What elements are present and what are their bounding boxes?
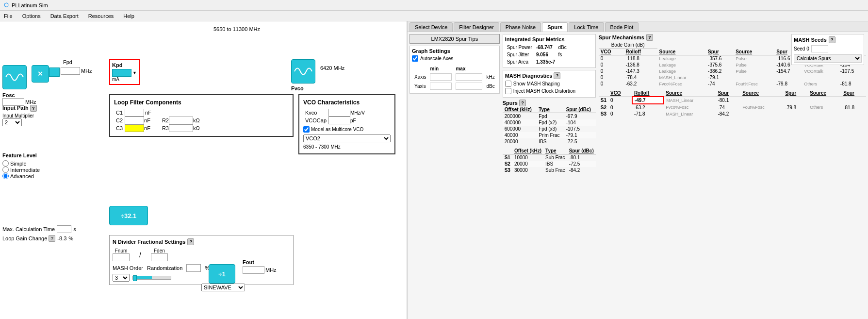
fosc-label-group: Fosc 100 MHz: [2, 92, 36, 106]
fout-value[interactable]: 6420: [243, 266, 264, 274]
kvco-value[interactable]: 93.2: [328, 109, 350, 117]
mech-src2: Pulse: [734, 68, 774, 74]
show-mash-shaping-check[interactable]: [505, 81, 511, 87]
multicore-vco-check[interactable]: [303, 126, 310, 133]
fden-value[interactable]: 10: [151, 253, 168, 261]
row-offset: 200000: [503, 113, 537, 120]
menu-data-export[interactable]: Data Export: [49, 12, 81, 20]
input-multiplier-select[interactable]: 2 1: [2, 118, 22, 126]
loop-filter-title: Loop Filter Components: [114, 99, 289, 106]
r2-label: R2: [152, 117, 169, 124]
row-type: IBS: [537, 138, 564, 145]
xaxis-max[interactable]: 200000: [456, 73, 482, 81]
fpd-unit: MHz: [81, 68, 92, 74]
randomization-value[interactable]: 0: [186, 264, 201, 272]
spur-mech-help[interactable]: ?: [646, 34, 653, 41]
fnum-value[interactable]: 1: [113, 253, 130, 261]
mech-spur1: -79.1: [706, 74, 734, 81]
spurs-table-help[interactable]: ?: [519, 100, 526, 106]
menu-help[interactable]: Help: [121, 12, 136, 20]
tab-select-device[interactable]: Select Device: [409, 22, 453, 32]
spur-power-value: -68.747: [534, 44, 557, 51]
row-spur: -79.1: [564, 132, 596, 138]
c2-value[interactable]: 68: [125, 117, 144, 124]
c1-value[interactable]: 0.47: [125, 109, 144, 117]
inject-mash-check[interactable]: [505, 88, 511, 94]
tab-phase-noise[interactable]: Phase Noise: [500, 22, 541, 32]
menu-options[interactable]: Options: [20, 12, 43, 20]
n-divider-help[interactable]: ?: [187, 238, 194, 245]
loop-gain-label: Loop Gain Change ?: [2, 235, 55, 242]
randomization-slider[interactable]: [132, 276, 171, 280]
simple-radio[interactable]: [2, 160, 9, 167]
mech-sub-spur3: -81.8: [841, 104, 866, 111]
advanced-radio[interactable]: [2, 173, 9, 179]
lmx-button[interactable]: LMX2820 Spur Tips: [409, 34, 500, 44]
loop-gain-help[interactable]: ?: [49, 235, 55, 242]
yaxis-label: Yaxis: [413, 82, 427, 90]
r2-value[interactable]: 0.0681: [169, 117, 193, 124]
yaxis-min[interactable]: -200: [430, 83, 452, 90]
seed0-value[interactable]: 0: [811, 45, 828, 52]
mech-sub-id: S2: [599, 104, 608, 111]
mech-src2: Pulse: [734, 55, 774, 62]
tab-bode-plot[interactable]: Bode Plot: [605, 22, 639, 32]
spur-power-label: Spur Power: [505, 44, 534, 51]
vco-select[interactable]: VCO2: [303, 134, 391, 142]
mech-sub-id: S1: [599, 97, 608, 104]
c1-unit: nF: [144, 109, 152, 117]
mech-sub-spur1: -74: [716, 104, 740, 111]
r2-unit: kΩ: [193, 117, 200, 124]
kpd-value[interactable]: 15.4: [112, 69, 131, 77]
mech-rolloff: -118.8: [623, 55, 657, 62]
row-offset: 30000: [512, 167, 543, 173]
simple-radio-label: Simple: [2, 160, 40, 167]
tab-lock-time[interactable]: Lock Time: [569, 22, 604, 32]
menu-resources[interactable]: Resources: [86, 12, 116, 20]
mash-seeds-help[interactable]: ?: [829, 36, 835, 43]
row-spur: -80.1: [567, 154, 596, 161]
output-type-select[interactable]: SINEWAVE: [201, 284, 245, 291]
multiplier-input[interactable]: 2: [49, 67, 60, 77]
menu-file[interactable]: File: [2, 12, 15, 20]
r3-value[interactable]: 0.0182: [169, 124, 193, 132]
mech-rolloff: -63.2: [623, 81, 657, 87]
kpd-unit: mA: [112, 77, 137, 82]
mash-diag-help[interactable]: ?: [554, 72, 560, 79]
mech-spur1: -74: [706, 81, 734, 87]
input-path-group: Input Path ? Input Multiplier 2 1: [2, 105, 37, 126]
spur-mech-sub-table: VCO Rolloff Source Spur Source Spur Sour…: [599, 90, 866, 117]
spurs-mid-col: Integrated Spur Metrics Spur Power -68.7…: [503, 34, 596, 317]
c3-value[interactable]: 2.2: [125, 124, 144, 132]
mech-rolloff: -136.8: [623, 62, 657, 68]
fpd-label: Fpd: [63, 59, 72, 65]
vcocap-value[interactable]: 70: [328, 117, 350, 124]
spur-metrics-title: Integrated Spur Metrics: [505, 36, 593, 42]
intermediate-radio[interactable]: [2, 167, 9, 173]
tab-spurs[interactable]: Spurs: [542, 22, 568, 32]
mult-value: 2: [49, 67, 60, 77]
fpd-value[interactable]: 200: [61, 67, 80, 75]
mash-seeds-box: MASH Seeds ? Seed 0 0 Calculate Spurs: [791, 34, 864, 65]
mech-sub-vco: 0: [608, 97, 632, 104]
spur-jitter-unit: fs: [557, 51, 567, 58]
mech2-col-src2: Source: [740, 90, 783, 97]
calc-spurs-select[interactable]: Calculate Spurs: [794, 54, 862, 63]
spurs-main-row: 40000Prim Frac-79.1: [503, 132, 596, 138]
mech-sub-rolloff: -63.2: [632, 104, 664, 111]
max-calc-value[interactable]: 30: [57, 225, 71, 233]
yaxis-max[interactable]: -70: [456, 83, 482, 90]
mash-order-select[interactable]: 3 2 1: [113, 274, 130, 282]
input-path-help[interactable]: ?: [30, 105, 37, 112]
graph-settings-title: Graph Settings: [412, 48, 497, 54]
xaxis-min[interactable]: 0: [430, 73, 452, 81]
row-offset: 600000: [503, 126, 537, 132]
autoscale-check[interactable]: [412, 55, 418, 62]
mash-order-label: MASH Order: [113, 265, 143, 271]
mech-src3: VCOXtalk: [802, 68, 838, 74]
r3-unit: kΩ: [193, 124, 200, 132]
vcocap-unit: pF: [350, 117, 365, 124]
row-spur: -104: [564, 119, 596, 126]
tab-filter-designer[interactable]: Filter Designer: [454, 22, 499, 32]
mech-sub-vco: 0: [608, 111, 632, 117]
